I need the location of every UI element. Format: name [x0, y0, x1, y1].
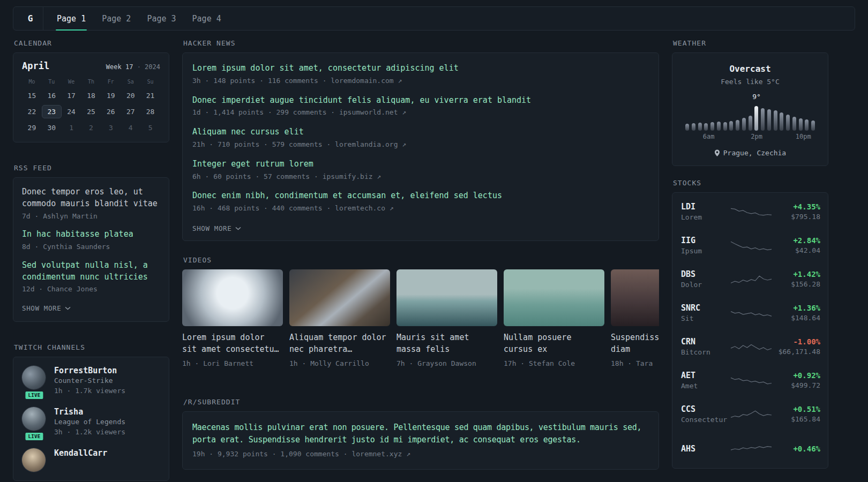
twitch-widget: LIVEForrestBurtonCounter-Strike1h · 1.7k… — [13, 357, 169, 481]
subreddit-post-title[interactable]: Maecenas mollis pulvinar erat non posuer… — [192, 421, 649, 447]
stock-price: $499.72 — [772, 381, 820, 391]
stock-price: $66,171.48 — [772, 347, 820, 357]
stock-row[interactable]: IIGIpsum+2.84%$42.04 — [681, 229, 819, 263]
hackernews-item-title[interactable]: Lorem ipsum dolor sit amet, consectetur … — [192, 63, 649, 74]
subreddit-post: Maecenas mollis pulvinar erat non posuer… — [192, 421, 649, 460]
twitch-channel-name[interactable]: Trisha — [54, 407, 125, 417]
video-card[interactable]: Lorem ipsum dolor sit amet consectetu…1h… — [182, 269, 283, 369]
stock-row[interactable]: SNRCSit+1.36%$148.64 — [681, 297, 819, 330]
twitch-channel-name[interactable]: ForrestBurton — [54, 366, 125, 375]
twitch-channel-game[interactable]: Counter-Strike — [54, 376, 125, 385]
nav-tab-page-1[interactable]: Page 1 — [49, 7, 94, 30]
weather-time-label: 10pm — [796, 133, 811, 140]
calendar-weekday-label: Tu — [42, 77, 62, 86]
weather-location-row: Prague, Czechia — [682, 149, 818, 157]
rss-item-title[interactable]: Donec tempor eros leo, ut commodo mauris… — [22, 186, 160, 210]
calendar-section: CALENDAR April Week 172024 MoTuWeThFrSaS… — [13, 39, 169, 142]
weather-hourly-chart: 9° 6am2pm10pm — [685, 94, 815, 141]
calendar-month: April — [22, 61, 49, 71]
twitch-channel-game[interactable]: League of Legends — [54, 418, 125, 426]
stock-change: +0.92% — [772, 371, 820, 380]
weather-hour-bar — [761, 108, 765, 131]
nav-tab-page-4[interactable]: Page 4 — [184, 7, 229, 30]
hackernews-item-title[interactable]: Donec imperdiet augue tincidunt felis al… — [192, 95, 649, 107]
stock-ticker: CCS — [681, 404, 730, 414]
stock-change: -1.00% — [772, 337, 820, 346]
calendar-weekday-label: Th — [81, 77, 101, 86]
twitch-channel[interactable]: LIVETrishaLeague of Legends3h · 1.2k vie… — [22, 407, 160, 438]
stock-row[interactable]: CCSConsectetur+0.51%$165.84 — [681, 398, 819, 432]
video-meta: 7h · Grayson Dawson — [396, 359, 497, 369]
video-card[interactable]: Nullam posuere cursus ex17h · Stefan Col… — [504, 269, 604, 369]
hackernews-show-more-button[interactable]: SHOW MORE — [192, 224, 241, 232]
stock-sparkline — [730, 408, 772, 422]
stock-row[interactable]: LDILorem+4.35%$795.18 — [681, 195, 819, 229]
rss-item-title[interactable]: In hac habitasse platea — [22, 229, 160, 240]
calendar-day: 28 — [140, 105, 160, 118]
weather-location: Prague, Czechia — [723, 149, 786, 157]
calendar-day: 30 — [42, 121, 62, 134]
stock-change: +1.42% — [772, 270, 820, 278]
stock-info: CRNBitcorn — [681, 337, 730, 358]
weather-hour-bar — [698, 123, 702, 131]
twitch-channel-name[interactable]: KendallCarr — [54, 448, 107, 458]
stocks-header: STOCKS — [673, 179, 827, 187]
hackernews-header: HACKER NEWS — [183, 39, 658, 47]
weather-condition: Overcast — [682, 64, 818, 74]
hackernews-item-title[interactable]: Donec enim nibh, condimentum et accumsan… — [192, 190, 649, 202]
stock-row[interactable]: AHS+0.46% — [681, 432, 819, 465]
right-column: WEATHER Overcast Feels like 5°C 9° 6am2p… — [672, 39, 828, 481]
stock-row[interactable]: AETAmet+0.92%$499.72 — [681, 364, 819, 398]
rss-item-title[interactable]: Sed volutpat nulla nisl, a condimentum n… — [22, 260, 160, 283]
chevron-down-icon — [235, 227, 241, 230]
weather-hour-bar — [685, 124, 689, 131]
twitch-channel[interactable]: LIVEForrestBurtonCounter-Strike1h · 1.7k… — [22, 366, 160, 396]
calendar-widget: April Week 172024 MoTuWeThFrSaSu15161718… — [13, 52, 169, 142]
twitch-channel[interactable]: KendallCarr — [22, 448, 160, 472]
hackernews-item-title[interactable]: Integer eget rutrum lorem — [192, 159, 649, 170]
twitch-avatar-wrap: LIVE — [22, 366, 47, 396]
stock-price: $42.04 — [772, 246, 820, 256]
nav-tab-page-3[interactable]: Page 3 — [139, 7, 184, 30]
calendar-grid: MoTuWeThFrSaSu15161718192021222324252627… — [22, 77, 160, 134]
stock-info: DBSDolor — [681, 269, 730, 290]
calendar-day: 1 — [62, 121, 81, 134]
app-logo[interactable]: G — [18, 7, 43, 30]
calendar-day: 5 — [140, 121, 160, 134]
hackernews-item-title[interactable]: Aliquam nec cursus elit — [192, 126, 649, 138]
weather-hour-bar — [774, 110, 777, 131]
video-title: Mauris sit amet massa felis — [396, 332, 497, 356]
calendar-day-selected: 23 — [42, 105, 62, 118]
stock-row[interactable]: CRNBitcorn-1.00%$66,171.48 — [681, 330, 819, 364]
video-thumbnail — [504, 269, 604, 326]
middle-column: HACKER NEWS Lorem ipsum dolor sit amet, … — [182, 39, 659, 482]
nav-tab-page-2[interactable]: Page 2 — [94, 7, 139, 30]
weather-hour-bar — [736, 120, 739, 131]
calendar-week: Week 17 — [106, 63, 133, 71]
rss-show-more-button[interactable]: SHOW MORE — [22, 304, 71, 312]
hackernews-item-meta: 3h · 148 points · 116 comments · loremdo… — [192, 76, 649, 86]
stock-info: AETAmet — [681, 371, 730, 391]
weather-current-temp: 9° — [752, 93, 761, 101]
calendar-weekday-label: Sa — [121, 77, 140, 86]
stock-change: +2.84% — [772, 236, 820, 245]
stock-values: +4.35%$795.18 — [772, 202, 820, 222]
video-title: Nullam posuere cursus ex — [504, 332, 604, 356]
rss-show-more-label: SHOW MORE — [22, 304, 61, 312]
calendar-day: 18 — [81, 89, 101, 102]
weather-time-labels: 6am2pm10pm — [685, 133, 815, 141]
hackernews-item-meta: 21h · 710 points · 579 comments · loreml… — [192, 140, 649, 150]
stocks-section: STOCKS LDILorem+4.35%$795.18IIGIpsum+2.8… — [672, 179, 828, 469]
calendar-day: 26 — [101, 105, 121, 118]
stock-ticker: SNRC — [681, 303, 730, 313]
video-card[interactable]: Suspendisse diam18h · Tara — [611, 269, 659, 369]
calendar-day: 29 — [22, 121, 42, 134]
stock-sparkline — [730, 206, 772, 220]
video-card[interactable]: Mauris sit amet massa felis7h · Grayson … — [396, 269, 497, 369]
video-card[interactable]: Aliquam tempor dolor nec pharetra…1h · M… — [289, 269, 390, 369]
rss-section: RSS FEED Donec tempor eros leo, ut commo… — [13, 164, 169, 322]
calendar-day: 4 — [121, 121, 140, 134]
rss-header: RSS FEED — [14, 164, 168, 172]
stock-row[interactable]: DBSDolor+1.42%$156.28 — [681, 263, 819, 297]
hackernews-item: Aliquam nec cursus elit21h · 710 points … — [192, 126, 649, 150]
